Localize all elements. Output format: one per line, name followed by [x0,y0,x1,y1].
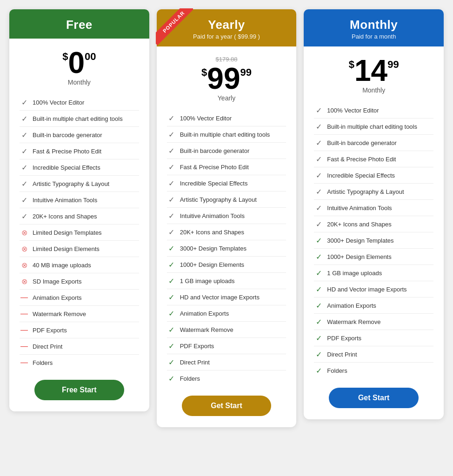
feature-text: Direct Print [180,359,210,366]
feature-item: ✓ Animation Exports [167,305,286,322]
feature-text: Incredible Special Effects [180,180,248,187]
feature-icon-check-gray: ✓ [20,195,29,205]
plan-sub: Paid for a month [313,33,434,40]
feature-text: Animation Exports [327,302,376,309]
feature-item: ✓ Fast & Precise Photo Edit [20,143,139,159]
feature-item: ✓ Intuitive Animation Tools [314,200,433,216]
feature-item: ✓ PDF Exports [167,338,286,354]
feature-item: ✓ 100% Vector Editor [167,110,286,126]
features-list: ✓ 100% Vector Editor ✓ Built-in multiple… [314,102,433,378]
feature-item: ✓ Fast & Precise Photo Edit [167,159,286,175]
feature-text: 1 GB image uploads [327,270,382,277]
price-cents: 99 [240,67,251,78]
feature-icon-check-gray: ✓ [167,130,176,139]
feature-text: SD Image Exports [33,278,82,285]
feature-text: PDF Exports [180,343,214,350]
feature-text: Built-in multiple chart editing tools [327,123,417,130]
feature-item: ✓ 1 GB image uploads [314,265,433,281]
feature-icon-limited: ⊗ [20,228,29,237]
card-yearly: POPULAR Yearly Paid for a year ( $99.99 … [157,9,297,427]
feature-item: ✓ Watermark Remove [167,322,286,338]
feature-text: Watermark Remove [180,326,233,333]
feature-text: 3000+ Design Templates [327,237,393,244]
feature-icon-check-green: ✓ [314,366,323,375]
price-period: Monthly [314,86,433,94]
feature-icon-check-gray: ✓ [167,195,176,204]
feature-text: Artistic Typography & Layout [33,180,109,187]
price-number: 14 [354,56,387,86]
feature-text: 20K+ Icons and Shapes [327,221,391,228]
feature-text: Animation Exports [180,310,229,317]
feature-text: 1 GB image uploads [180,278,235,284]
price-section: $ 0 00 Monthly [20,48,139,86]
feature-text: Artistic Typography & Layout [180,196,257,203]
feature-text: 3000+ Design Templates [180,245,246,252]
feature-icon-check-green: ✓ [167,292,176,302]
popular-badge: POPULAR [156,8,193,46]
plan-name: Monthly [313,18,434,32]
feature-item: ✓ Incredible Special Effects [167,175,286,192]
feature-icon-check-gray: ✓ [314,187,323,196]
feature-text: 1000+ Design Elements [180,261,244,268]
cta-button-free[interactable]: Free Start [34,380,124,400]
card-header-free: Free [9,9,149,39]
feature-icon-limited: ⊗ [20,244,29,253]
feature-icon-no: — [20,325,29,335]
feature-item: ✓ 100% Vector Editor [314,102,433,119]
price-period: Yearly [167,94,286,102]
feature-item: ✓ 1000+ Design Elements [314,249,433,265]
feature-text: 100% Vector Editor [33,99,84,106]
feature-icon-no: — [20,309,29,318]
feature-item: ✓ Direct Print [314,346,433,363]
price-cents: 00 [85,52,96,62]
feature-text: Watermark Remove [327,318,380,325]
feature-icon-no: — [20,342,29,351]
feature-item: ✓ Intuitive Animation Tools [20,192,139,208]
feature-icon-check-gray: ✓ [20,130,29,139]
feature-item: ✓ HD and Vector image Exports [314,281,433,298]
feature-icon-no: — [20,293,29,302]
feature-icon-check-gray: ✓ [20,179,29,188]
feature-text: HD and Vector image Exports [180,294,260,301]
feature-icon-check-green: ✓ [314,350,323,359]
feature-text: Fast & Precise Photo Edit [180,164,249,171]
feature-text: Folders [180,375,200,382]
feature-icon-check-gray: ✓ [167,227,176,237]
cta-button-monthly[interactable]: Get Start [329,388,419,408]
feature-text: Limited Design Templates [33,229,102,236]
feature-item: ✓ Animation Exports [314,298,433,314]
feature-icon-check-gray: ✓ [20,212,29,221]
feature-text: Artistic Typography & Layout [327,188,404,195]
feature-icon-check-gray: ✓ [20,163,29,172]
feature-text: Fast & Precise Photo Edit [33,148,101,155]
feature-item: ✓ Folders [314,363,433,378]
feature-text: Built-in multiple chart editing tools [180,131,270,138]
feature-item: ✓ Built-in multiple chart editing tools [20,111,139,127]
feature-text: PDF Exports [327,335,361,342]
feature-text: Folders [327,367,347,374]
feature-item: ✓ 20K+ Icons and Shapes [314,216,433,232]
price-cents: 99 [387,60,399,70]
feature-text: 100% Vector Editor [180,115,232,122]
pricing-container: Free $ 0 00 Monthly ✓ 100% Vector Editor… [9,9,444,427]
cta-button-yearly[interactable]: Get Start [182,396,272,416]
feature-text: 20K+ Icons and Shapes [33,213,97,220]
feature-text: Intuitive Animation Tools [180,212,245,219]
feature-icon-check-gray: ✓ [167,162,176,172]
feature-text: Direct Print [327,351,357,358]
feature-item: ✓ 1 GB image uploads [167,273,286,289]
feature-item: ✓ Built-in barcode generator [314,135,433,151]
feature-icon-check-green: ✓ [314,333,323,343]
feature-item: ✓ Artistic Typography & Layout [20,176,139,192]
feature-icon-check-green: ✓ [167,276,176,285]
feature-icon-check-green: ✓ [167,260,176,269]
card-body-yearly: $179.88 $ 99 99 Yearly ✓ 100% Vector Edi… [157,46,297,427]
feature-text: HD and Vector image Exports [327,286,406,293]
feature-icon-check-gray: ✓ [314,171,323,180]
feature-text: 20K+ Icons and Shapes [180,229,244,236]
price-section: $ 14 99 Monthly [314,56,433,94]
feature-text: 100% Vector Editor [327,107,379,114]
feature-text: Fast & Precise Photo Edit [327,156,396,163]
feature-text: Built-in barcode generator [33,132,102,139]
price-main: $ 99 99 [167,64,286,93]
